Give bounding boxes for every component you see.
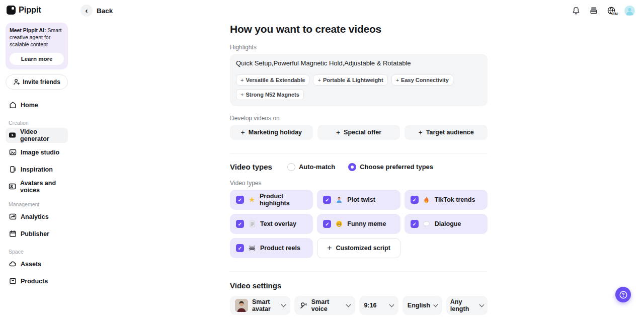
suggestion-tag[interactable]: +Easy Connectivity — [391, 74, 453, 86]
sidebar-item-assets[interactable]: Assets — [6, 257, 68, 272]
inspiration-icon — [9, 166, 17, 174]
tag-label: Portable & Lightweight — [323, 77, 383, 83]
chevron-down-icon — [389, 302, 394, 307]
type-card-text-overlay[interactable]: ✓ Text overlay — [230, 214, 313, 234]
type-card-dialogue[interactable]: ✓ Dialogue — [405, 214, 488, 234]
chevron-down-icon — [479, 302, 485, 307]
brand[interactable]: Pippit — [6, 5, 68, 15]
sidebar-item-label: Avatars and voices — [20, 180, 65, 194]
person-plus-icon — [13, 78, 20, 86]
length-value: Any length — [450, 298, 476, 312]
person-icon — [335, 196, 343, 204]
type-card-plot-twist[interactable]: ✓ Plot twist — [317, 190, 400, 210]
smiley-icon — [335, 220, 343, 228]
sidebar-item-video-generator[interactable]: Video generator — [6, 128, 68, 143]
notifications-bell-icon[interactable] — [572, 6, 581, 15]
type-card-funny-meme[interactable]: ✓ Funny meme — [317, 214, 400, 234]
type-card-product-reels[interactable]: ✓ Product reels — [230, 238, 313, 258]
type-card-label: Plot twist — [347, 196, 375, 203]
storage-box-icon[interactable] — [589, 6, 598, 15]
document-icon — [248, 220, 256, 228]
checkbox-checked-icon: ✓ — [411, 196, 419, 204]
smart-voice-label: Smart voice — [311, 298, 343, 312]
type-card-label: Funny meme — [347, 220, 386, 227]
section-label-creation: Creation — [6, 120, 68, 126]
back-chevron-icon: ‹ — [80, 5, 93, 17]
header-icons: EN — [572, 6, 635, 16]
products-icon — [9, 277, 17, 285]
section-label-space: Space — [6, 249, 68, 255]
sidebar-item-label: Home — [21, 102, 38, 109]
checkbox-checked-icon: ✓ — [323, 220, 331, 228]
sidebar-item-publisher[interactable]: Publisher — [6, 226, 68, 242]
avatars-icon — [9, 183, 16, 191]
highlights-label: Highlights — [230, 44, 488, 51]
suggestion-tag[interactable]: +Portable & Lightweight — [313, 74, 387, 86]
language-globe-icon[interactable]: EN — [607, 6, 616, 15]
suggestion-tag[interactable]: +Versatile & Extendable — [236, 74, 309, 86]
length-dropdown[interactable]: Any length — [446, 296, 488, 315]
suggestion-tag[interactable]: +Strong N52 Magnets — [236, 89, 304, 100]
section-label-management: Management — [6, 201, 68, 207]
sidebar-item-label: Assets — [21, 261, 41, 268]
sidebar-item-home[interactable]: Home — [6, 98, 68, 113]
tag-label: Easy Connectivity — [401, 77, 449, 83]
type-card-label: Product highlights — [260, 193, 307, 207]
develop-option-label: Special offer — [344, 129, 381, 136]
plus-icon: + — [396, 77, 399, 83]
type-card-product-highlights[interactable]: ✓ Product highlights — [230, 190, 313, 210]
smart-voice-dropdown[interactable]: Smart voice — [294, 296, 355, 315]
sidebar-item-label: Analytics — [21, 213, 49, 220]
sidebar-item-products[interactable]: Products — [6, 274, 68, 289]
pippit-logo-icon — [7, 6, 16, 15]
checkbox-checked-icon: ✓ — [236, 220, 244, 228]
avatar-thumbnail — [235, 299, 248, 312]
video-types-sublabel: Video types — [230, 180, 488, 187]
back-button[interactable]: ‹ Back — [80, 5, 113, 17]
develop-option-marketing-holiday[interactable]: +Marketing holiday — [230, 125, 313, 140]
sidebar: Pippit Meet Pippit AI: Smart creative ag… — [0, 0, 73, 317]
sidebar-item-inspiration[interactable]: Inspiration — [6, 162, 68, 177]
sidebar-item-analytics[interactable]: Analytics — [6, 209, 68, 224]
plus-icon: + — [327, 244, 332, 253]
video-generator-icon — [9, 131, 16, 139]
invite-friends-label: Invite friends — [23, 78, 60, 86]
type-card-label: Text overlay — [260, 220, 296, 227]
smart-avatar-dropdown[interactable]: Smart avatar — [230, 296, 290, 315]
develop-option-label: Marketing holiday — [249, 129, 302, 136]
aspect-ratio-dropdown[interactable]: 9:16 — [359, 296, 398, 315]
radio-choose-preferred[interactable]: Choose preferred types — [348, 163, 433, 171]
analytics-icon — [9, 213, 17, 221]
promo-text: Meet Pippit AI: Smart creative agent for… — [10, 27, 64, 48]
type-card-tiktok-trends[interactable]: ✓ TikTok trends — [405, 190, 488, 210]
invite-friends-button[interactable]: Invite friends — [6, 74, 68, 90]
publisher-icon — [9, 230, 17, 238]
radio-icon — [287, 163, 295, 171]
main-area: ‹ Back EN How you want to create videos … — [73, 0, 644, 317]
plus-icon: + — [336, 128, 340, 136]
radio-auto-match[interactable]: Auto-match — [287, 163, 335, 171]
voice-icon — [299, 301, 307, 309]
video-types-row: Video types Auto-match Choose preferred … — [230, 163, 488, 171]
language-code: EN — [612, 12, 618, 16]
aspect-ratio-value: 9:16 — [364, 302, 386, 309]
learn-more-button[interactable]: Learn more — [10, 53, 64, 65]
flame-icon — [423, 196, 431, 204]
video-types-grid: ✓ Product highlights ✓ Plot twist ✓ TikT… — [230, 190, 488, 258]
develop-option-target-audience[interactable]: +Target audience — [405, 125, 488, 140]
help-button[interactable] — [615, 287, 631, 302]
customized-script-button[interactable]: + Customized script — [317, 238, 400, 258]
user-avatar[interactable] — [624, 6, 635, 16]
sidebar-item-avatars-and-voices[interactable]: Avatars and voices — [6, 179, 68, 194]
type-card-label: TikTok trends — [435, 196, 475, 203]
smart-avatar-label: Smart avatar — [252, 298, 278, 312]
top-bar: ‹ Back EN — [73, 5, 644, 17]
sidebar-item-image-studio[interactable]: Image studio — [6, 145, 68, 160]
language-dropdown[interactable]: English — [403, 296, 442, 315]
video-settings-heading: Video settings — [230, 281, 488, 290]
checkbox-checked-icon: ✓ — [323, 196, 331, 204]
develop-label: Develop videos on — [230, 115, 488, 122]
develop-option-special-offer[interactable]: +Special offer — [317, 125, 400, 140]
highlights-input[interactable]: Quick Setup,Powerful Magnetic Hold,Adjus… — [230, 54, 488, 106]
sidebar-item-label: Image studio — [21, 149, 59, 156]
